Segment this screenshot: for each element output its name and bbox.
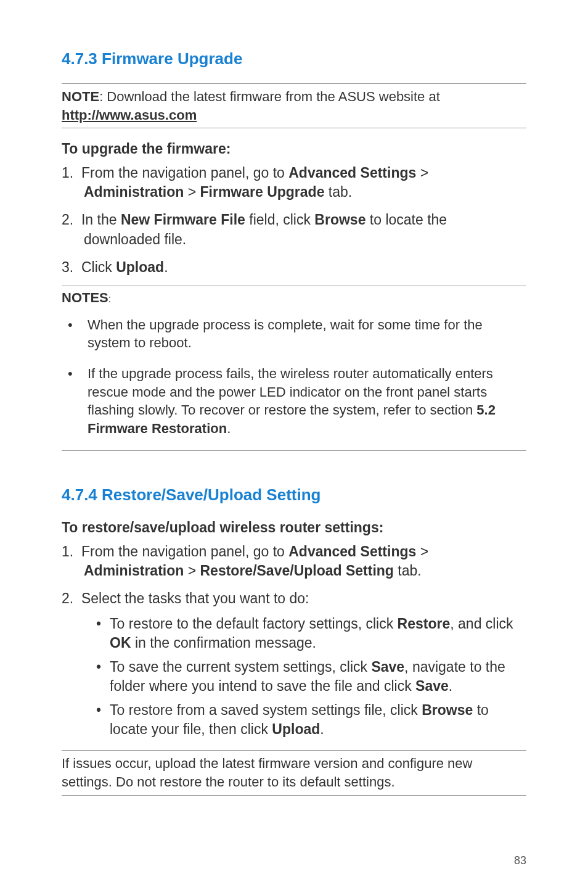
text: When the upgrade process is complete, wa…: [88, 317, 483, 351]
divider: [62, 450, 526, 451]
footer-note: If issues occur, upload the latest firmw…: [62, 754, 526, 791]
bold-text: Restore/Save/Upload Setting: [200, 563, 394, 579]
note-label: NOTE: [62, 89, 99, 104]
bold-text: Administration: [84, 563, 184, 579]
section-heading-firmware-upgrade: 4.7.3 Firmware Upgrade: [62, 49, 526, 68]
text: Select the tasks that you want to do:: [81, 590, 309, 606]
bold-text: Upload: [272, 721, 320, 737]
bold-text: Advanced Settings: [288, 165, 416, 181]
list-item: 2. Select the tasks that you want to do:: [62, 589, 526, 608]
list-item: 2. In the New Firmware File field, click…: [62, 210, 526, 249]
text: In the: [81, 212, 121, 228]
list-item: When the upgrade process is complete, wa…: [62, 316, 526, 352]
text: tab.: [394, 563, 422, 579]
text: >: [184, 563, 200, 579]
step-number: 1.: [62, 165, 73, 181]
divider: [62, 83, 526, 84]
bold-text: Advanced Settings: [288, 543, 416, 559]
text: field, click: [245, 212, 314, 228]
note-block: NOTE: Download the latest firmware from …: [62, 88, 526, 124]
bold-text: Browse: [314, 212, 365, 228]
list-item: 1. From the navigation panel, go to Adva…: [62, 163, 526, 202]
section-heading-restore-save-upload: 4.7.4 Restore/Save/Upload Setting: [62, 485, 526, 505]
text: >: [416, 165, 428, 181]
list-item: 3. Click Upload.: [62, 258, 526, 277]
divider: [62, 795, 526, 796]
step-number: 2.: [62, 590, 73, 606]
text: , and click: [450, 616, 513, 632]
divider: [62, 128, 526, 128]
sub-heading-restore-save-upload: To restore/save/upload wireless router s…: [62, 519, 526, 536]
text: Click: [81, 259, 116, 275]
bold-text: Browse: [422, 702, 473, 718]
text: If the upgrade process fails, the wirele…: [88, 366, 493, 418]
text: .: [320, 721, 324, 737]
sub-heading-upgrade-firmware: To upgrade the firmware:: [62, 141, 526, 157]
text: From the navigation panel, go to: [81, 165, 288, 181]
notes-label: NOTES: [62, 290, 108, 305]
note-text: : Download the latest firmware from the …: [99, 89, 440, 104]
page-number: 83: [514, 854, 526, 867]
bold-text: Save: [415, 678, 449, 694]
text: .: [164, 259, 168, 275]
text: .: [227, 421, 231, 436]
notes-list: When the upgrade process is complete, wa…: [62, 316, 526, 438]
list-item: If the upgrade process fails, the wirele…: [62, 365, 526, 438]
bold-text: Administration: [84, 184, 184, 200]
text: >: [416, 543, 428, 559]
bold-text: OK: [110, 635, 131, 651]
text: tab.: [324, 184, 352, 200]
restore-steps-list: 1. From the navigation panel, go to Adva…: [62, 542, 526, 608]
notes-label-row: NOTES:: [62, 290, 526, 306]
list-item: 1. From the navigation panel, go to Adva…: [62, 542, 526, 580]
text: .: [449, 678, 452, 694]
list-item: To save the current system settings, cli…: [62, 658, 526, 696]
text: To save the current system settings, cli…: [110, 659, 371, 675]
list-item: To restore from a saved system settings …: [62, 701, 526, 739]
step-number: 3.: [62, 259, 73, 275]
asus-link[interactable]: http://www.asus.com: [62, 107, 197, 123]
step-number: 1.: [62, 543, 73, 559]
list-item: To restore to the default factory settin…: [62, 614, 526, 653]
bold-text: Save: [371, 659, 404, 675]
nested-tasks-list: To restore to the default factory settin…: [62, 614, 526, 739]
upgrade-steps-list: 1. From the navigation panel, go to Adva…: [62, 163, 526, 276]
step-number: 2.: [62, 212, 73, 228]
text: From the navigation panel, go to: [81, 543, 288, 559]
bold-text: Restore: [398, 616, 451, 632]
notes-colon: :: [108, 294, 111, 304]
text: To restore from a saved system settings …: [110, 702, 422, 718]
divider: [62, 286, 526, 286]
bold-text: Firmware Upgrade: [200, 184, 325, 200]
text: To restore to the default factory settin…: [110, 616, 398, 632]
bold-text: Upload: [116, 259, 164, 275]
divider: [62, 750, 526, 751]
bold-text: New Firmware File: [121, 212, 245, 228]
text: in the confirmation message.: [131, 635, 316, 651]
text: >: [184, 184, 200, 200]
